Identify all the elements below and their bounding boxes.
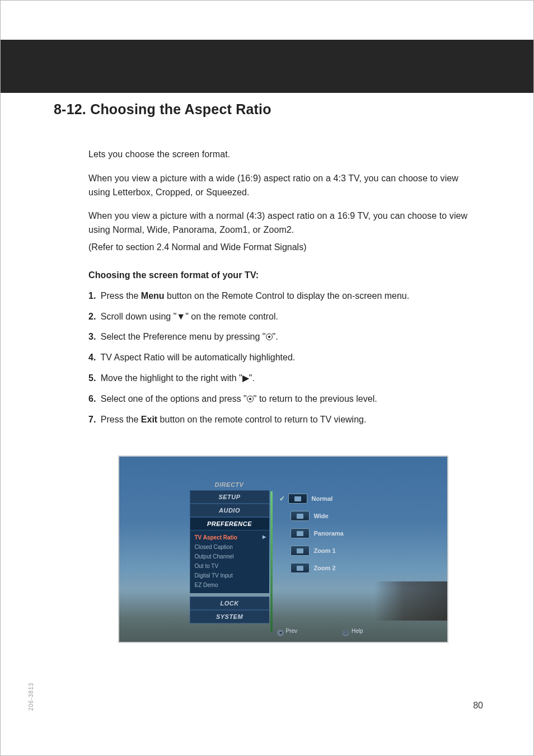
option-normal[interactable]: ✓ Normal [279,494,363,504]
option-label: Panorama [314,530,344,537]
select-button-icon [247,396,254,402]
check-icon: ✓ [279,495,285,503]
left-key-icon: ◂ [277,630,284,636]
menu-brand: DIRECTV [190,479,269,490]
step-number: 3. [88,332,96,341]
submenu-output-channel[interactable]: Output Channel [195,552,269,561]
aspect-icon [291,563,310,573]
menu-section-audio[interactable]: AUDIO [190,504,269,517]
page-title: 8-12. Choosing the Aspect Ratio [54,101,483,118]
menu-section-system[interactable]: SYSTEM [190,610,269,623]
option-wide[interactable]: Wide [279,511,363,521]
intro-paragraph-2: When you view a picture with a wide (16:… [88,172,477,200]
option-zoom1[interactable]: Zoom 1 [279,546,363,556]
nav-hints: ◂Prev ⓘHelp [273,624,368,640]
menu-section-preference[interactable]: PREFERENCE [190,517,269,530]
aspect-icon [288,494,307,504]
osd-screenshot: DIRECTV SETUP AUDIO PREFERENCE TV Aspect… [118,456,448,643]
step-text: Select one of the options and press " [98,394,246,403]
step-number: 2. [88,312,96,321]
step-text: button on the Remote Control to display … [165,291,410,300]
step-number: 1. [88,291,96,300]
submenu-out-to-tv[interactable]: Out to TV [195,561,269,571]
select-button-icon [266,334,273,340]
step-bold: Menu [141,291,165,300]
step-text: Move the highlight to the right with " [98,373,242,383]
intro-reference: (Refer to section 2.4 Normal and Wide Fo… [88,241,477,255]
preference-submenu: TV Aspect Ratio Closed Caption Output Ch… [190,530,269,593]
menu-section-lock[interactable]: LOCK [190,597,269,610]
step-4: 4. TV Aspect Ratio will be automatically… [88,351,477,365]
aspect-options-column: ✓ Normal Wide Panorama [279,494,363,580]
down-arrow-icon: ▼ [176,310,185,324]
page-number: 80 [473,701,483,711]
right-arrow-icon: ▶ [242,372,249,386]
option-label: Zoom 1 [314,547,336,554]
step-number: 5. [88,373,96,383]
step-text: TV Aspect Ratio will be automatically hi… [98,353,295,362]
prev-hint: ◂Prev [277,628,298,636]
submenu-closed-caption[interactable]: Closed Caption [195,542,269,552]
submenu-aspect-ratio[interactable]: TV Aspect Ratio [195,533,269,542]
option-panorama[interactable]: Panorama [279,528,363,538]
step-text: button on the remote control to return t… [157,415,366,424]
steps-subheading: Choosing the screen format of your TV: [88,270,477,280]
option-zoom2[interactable]: Zoom 2 [279,563,363,573]
options-highlight-bar [270,491,273,632]
step-text: Select the Preference menu by pressing " [98,332,265,341]
step-text: " to return to the previous level. [254,394,377,403]
aspect-icon [291,511,310,521]
submenu-digital-tv-input[interactable]: Digital TV Input [195,571,269,580]
step-3: 3. Select the Preference menu by pressin… [88,330,477,344]
step-number: 4. [88,353,96,362]
option-label: Zoom 2 [314,565,336,571]
step-2: 2. Scroll down using "▼" on the remote c… [88,310,477,324]
step-text: ". [273,332,278,341]
document-code: 206-3813 [28,683,34,711]
option-label: Normal [312,495,333,502]
background-hill [374,581,447,621]
step-number: 6. [88,394,96,403]
menu-left-column: DIRECTV SETUP AUDIO PREFERENCE TV Aspect… [190,479,269,623]
info-key-icon: ⓘ [343,630,349,636]
submenu-ez-demo[interactable]: EZ Demo [195,580,269,590]
step-6: 6. Select one of the options and press "… [88,392,477,406]
step-text: Press the [98,415,140,424]
step-7: 7. Press the Exit button on the remote c… [88,413,477,427]
step-text: Press the [98,291,140,300]
step-text: ". [249,373,255,383]
aspect-icon [291,546,310,556]
intro-paragraph-1: Lets you choose the screen format. [88,148,477,162]
step-1: 1. Press the Menu button on the Remote C… [88,289,477,303]
step-bold: Exit [141,415,157,424]
menu-section-setup[interactable]: SETUP [190,490,269,504]
help-hint: ⓘHelp [343,628,363,636]
step-text: " on the remote control. [185,312,278,321]
step-text: Scroll down using " [98,312,176,321]
step-number: 7. [88,415,96,424]
intro-paragraph-3: When you view a picture with a normal (4… [88,209,477,237]
aspect-icon [291,528,310,538]
step-5: 5. Move the highlight to the right with … [88,372,477,386]
option-label: Wide [314,513,329,519]
